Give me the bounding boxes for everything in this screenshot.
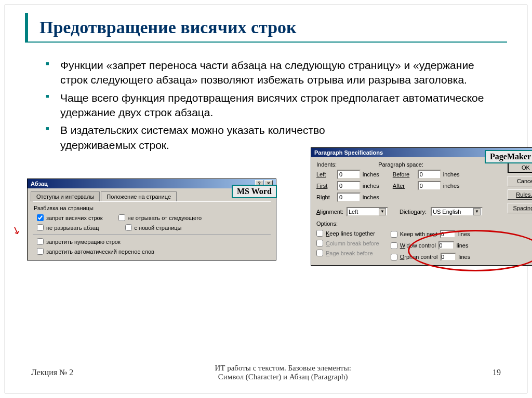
pagemaker-dialog: Paragraph Specifications × OK Cancel Rul… — [311, 147, 532, 266]
rules-button[interactable]: Rules... — [508, 189, 532, 200]
slide-footer: Лекция № 2 ИТ работы с текстом. Базовые … — [5, 364, 527, 381]
bullet-item: Чаще всего функция предотвращения висячи… — [46, 91, 496, 120]
footer-left: Лекция № 2 — [31, 368, 73, 377]
pm-title-text: Paragraph Specifications — [314, 149, 383, 156]
before-input[interactable] — [418, 170, 441, 179]
dictionary-select[interactable]: US English▼ — [431, 207, 483, 216]
left-input[interactable] — [337, 170, 361, 179]
checkbox-keep-lines[interactable]: Keep lines together — [316, 230, 379, 237]
cancel-button[interactable]: Cancel — [508, 176, 532, 186]
widow-input[interactable] — [438, 241, 454, 250]
slide-title-bar: Предотвращение висячих строк — [25, 13, 507, 43]
bullet-item: Функции «запрет переноса части абзаца на… — [46, 58, 496, 88]
alignment-label: Alignment: — [316, 209, 347, 215]
checkbox-keep-next[interactable] — [391, 231, 397, 238]
accent-bar — [25, 13, 28, 42]
alignment-select[interactable]: Left▼ — [347, 207, 388, 216]
checkbox-page-break-before[interactable]: Page break before — [316, 250, 379, 256]
chevron-down-icon: ▼ — [473, 208, 481, 215]
bullet-list: Функции «запрет переноса части абзаца на… — [46, 58, 496, 153]
word-title-text: Абзац — [31, 181, 48, 187]
checkbox-widow-orphan[interactable]: запрет висячих строк — [37, 214, 103, 221]
checkbox-widow[interactable] — [391, 242, 397, 249]
left-label: Left — [316, 171, 337, 177]
pointer-arrow-icon: ↘ — [10, 223, 22, 237]
tab-indents[interactable]: Отступы и интервалы — [31, 191, 100, 201]
chevron-down-icon: ▼ — [379, 208, 386, 215]
orphan-input[interactable] — [441, 253, 456, 261]
keep-next-input[interactable] — [440, 230, 456, 238]
checkbox-orphan[interactable] — [391, 254, 397, 260]
slide-title: Предотвращение висячих строк — [39, 18, 297, 37]
pm-buttons: OK Cancel Rules... Spacing... — [508, 162, 532, 213]
after-input[interactable] — [418, 181, 441, 190]
page-number: 19 — [493, 368, 501, 377]
group-pagination: Разбивка на страницы — [34, 205, 271, 211]
ok-button[interactable]: OK — [508, 162, 532, 173]
options-label: Options: — [316, 221, 532, 227]
dictionary-label: Dictionary: — [400, 209, 431, 215]
after-label: After — [393, 183, 418, 189]
badge-msword: MS Word — [232, 185, 277, 198]
footer-center: ИТ работы с текстом. Базовые элементы: С… — [73, 364, 493, 381]
first-input[interactable] — [337, 181, 361, 190]
pspace-label: Paragraph space: — [378, 161, 423, 168]
indents-label: Indents: — [316, 161, 337, 168]
tab-page-position[interactable]: Положение на странице — [101, 191, 177, 201]
checkbox-keep-with-next[interactable]: не отрывать от следующего — [118, 214, 202, 221]
before-label: Before — [393, 171, 418, 177]
first-label: First — [316, 183, 337, 189]
right-label: Right — [316, 194, 337, 200]
checkbox-page-break[interactable]: с новой страницы — [125, 224, 182, 231]
spacing-button[interactable]: Spacing... — [508, 203, 532, 213]
right-input[interactable] — [337, 193, 361, 202]
badge-pagemaker: PageMaker — [485, 150, 532, 163]
checkbox-no-hyphen[interactable]: запретить автоматический перенос слов — [37, 248, 267, 255]
checkbox-keep-together[interactable]: не разрывать абзац — [37, 224, 99, 231]
checkbox-column-break[interactable]: Column break before — [316, 240, 379, 246]
checkbox-suppress-line-nums[interactable]: запретить нумерацию строк — [37, 238, 267, 245]
